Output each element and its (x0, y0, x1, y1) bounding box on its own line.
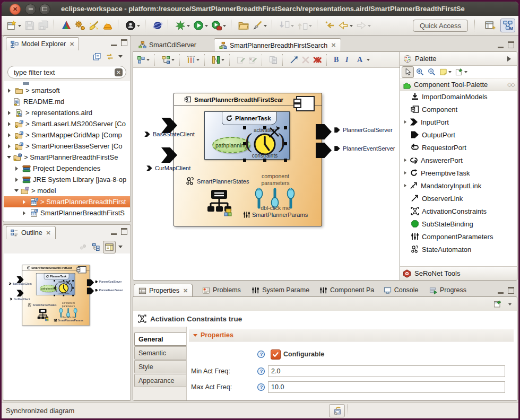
zoom-out-button[interactable] (426, 67, 437, 77)
params-label[interactable]: SmartPlannerParams (243, 211, 308, 218)
tab-problems[interactable]: Problems (198, 284, 245, 296)
help-icon[interactable]: ? (257, 367, 265, 375)
overview-button[interactable] (103, 241, 116, 253)
fontA-button[interactable]: A (356, 52, 371, 67)
port-label-plannereventserver[interactable]: PlannerEventServer (334, 145, 395, 152)
properties-section-header[interactable]: Properties (189, 329, 514, 342)
dropdown-arrow-icon[interactable] (18, 25, 21, 29)
states-label[interactable]: SmartPlannerStates (186, 177, 249, 186)
dropdown-arrow-icon[interactable] (350, 25, 353, 29)
pin-tool-button[interactable] (454, 67, 469, 77)
selection-handle[interactable] (263, 126, 266, 129)
palette-item-outputport[interactable]: OutputPort (400, 128, 517, 141)
line-pen-button[interactable] (288, 52, 300, 67)
run-button[interactable] (192, 18, 210, 33)
collapsed-arrow-icon[interactable] (15, 167, 20, 171)
model-explorer-tab[interactable]: Model Explorer ✕ (6, 37, 79, 50)
tree-item-jre-system-library-java-8-op[interactable]: JRE System Library [java-8-op (4, 174, 130, 185)
selection-handle[interactable] (243, 142, 246, 145)
side-tab-general[interactable]: General (134, 332, 186, 346)
editor-tab-smartcdlserver[interactable]: SmartCdlServer (134, 38, 201, 51)
dropdown-arrow-icon[interactable] (137, 25, 140, 29)
dropdown-arrow-icon[interactable] (367, 59, 370, 63)
palette-group-seronet-tools[interactable]: SeRoNet Tools (400, 266, 517, 280)
tree-item-smartpioneerbaseserver-co[interactable]: M> SmartPioneerBaseServer [Co (4, 141, 130, 152)
palette-item-preemptivetask[interactable]: PreemptiveTask (400, 167, 517, 179)
minimize-view-button[interactable] (111, 229, 117, 235)
tree-item-readme-md[interactable]: wREADME.md (4, 96, 130, 107)
port-label-basestateclient[interactable]: BaseStateClient (144, 131, 195, 137)
collapse-palette-icon[interactable] (507, 56, 514, 62)
collapsed-arrow-icon[interactable] (404, 159, 408, 162)
collapsed-arrow-icon[interactable] (8, 89, 13, 93)
collapsed-arrow-icon[interactable] (404, 184, 408, 187)
tree-view-button[interactable] (90, 241, 102, 253)
filter-box[interactable]: ✕ (7, 66, 126, 78)
expanded-arrow-icon[interactable] (14, 189, 19, 194)
min-act-freq-input[interactable] (268, 365, 505, 377)
tab-properties[interactable]: Properties✕ (134, 284, 193, 297)
selection-handle[interactable] (284, 159, 287, 162)
minimize-view-button[interactable] (498, 287, 504, 294)
debug-button[interactable] (174, 18, 192, 33)
diagram-canvas[interactable]: SmartPlannerBreadthFirstSear PlannerTask… (133, 68, 400, 280)
dropdown-arrow-icon[interactable] (187, 25, 190, 29)
modeling-perspective-button[interactable]: M (500, 19, 515, 32)
tree-item-representations-aird[interactable]: > representations.aird (4, 107, 130, 118)
dropdown-arrow-icon[interactable] (205, 25, 208, 29)
section-collapse-icon[interactable] (193, 334, 197, 339)
palette-item-activationconstraints[interactable]: ActivationConstraints (400, 205, 517, 217)
palette-item-inputport[interactable]: InputPort (400, 116, 517, 128)
titlebar[interactable]: ✕ eclipse-workspace - platform:/resource… (2, 2, 518, 16)
dropdown-arrow-icon[interactable] (146, 59, 150, 63)
maximize-view-button[interactable] (508, 287, 514, 294)
palette-item-mandatoryinputlink[interactable]: MandatoryInputLink (400, 179, 517, 192)
gears-button[interactable] (73, 18, 87, 33)
size-button[interactable] (210, 52, 226, 67)
tab-console[interactable]: Console (379, 284, 423, 296)
distribute-button[interactable] (185, 52, 201, 67)
bold-button[interactable]: B (332, 52, 344, 67)
palette-header[interactable]: Palette (400, 52, 517, 66)
tab-progress[interactable]: Progress (425, 284, 471, 296)
maximize-view-button[interactable] (121, 228, 127, 235)
link-editor-button[interactable] (104, 51, 116, 63)
collapsed-arrow-icon[interactable] (8, 122, 13, 126)
collapse-all-button[interactable] (91, 51, 103, 63)
dropdown-arrow-icon[interactable] (291, 25, 294, 29)
close-view-icon[interactable]: ✕ (183, 287, 188, 294)
collapsed-arrow-icon[interactable] (23, 200, 28, 204)
view-menu-button[interactable] (117, 51, 128, 63)
dropdown-arrow-icon[interactable] (368, 25, 371, 29)
cursor-button[interactable] (402, 66, 414, 78)
help-icon[interactable]: ? (257, 383, 265, 391)
collapsed-arrow-icon[interactable] (23, 211, 28, 215)
dropdown-arrow-icon[interactable] (309, 25, 312, 29)
bell-button[interactable] (101, 18, 115, 33)
tab-system-parame[interactable]: System Parame (247, 284, 314, 296)
outline-tab[interactable]: Outline ✕ (6, 226, 56, 239)
help-icon[interactable]: ? (257, 350, 265, 358)
minimize-editor-button[interactable] (498, 42, 504, 48)
align-button[interactable] (160, 52, 176, 67)
arrange-button[interactable] (135, 52, 151, 67)
delete-xx-button[interactable] (311, 52, 323, 67)
brush-button[interactable] (250, 18, 268, 33)
collapsed-arrow-icon[interactable] (404, 171, 408, 174)
dropdown-arrow-icon[interactable] (221, 59, 224, 63)
open-perspective-button[interactable] (483, 19, 497, 32)
clear-filter-icon[interactable]: ✕ (115, 68, 123, 76)
side-tab-appearance[interactable]: Appearance (134, 374, 186, 387)
maximize-view-button[interactable] (121, 39, 127, 46)
tree-item-smartsoft[interactable]: > smartsoft (4, 85, 130, 96)
note-button[interactable] (438, 67, 453, 77)
tree-item-smartplannerbreadthfirst[interactable]: M> SmartPlannerBreadthFirst (4, 196, 130, 207)
tree-item-model[interactable]: > model (4, 185, 130, 196)
selection-handle[interactable] (284, 126, 287, 129)
view-menu-button[interactable] (117, 241, 128, 253)
palette-item-observerlink[interactable]: ObserverLink (400, 192, 517, 205)
dropdown-arrow-icon[interactable] (464, 71, 467, 75)
selection-handle[interactable] (284, 142, 287, 145)
run-config-button[interactable] (210, 18, 228, 33)
collapsed-arrow-icon[interactable] (404, 120, 408, 124)
